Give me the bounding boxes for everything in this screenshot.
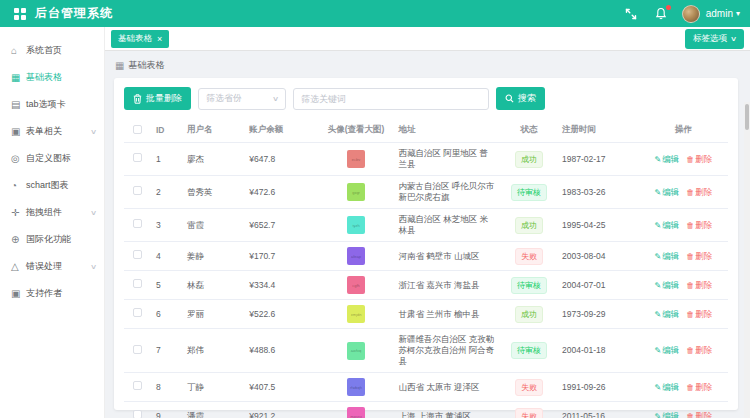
sidebar-item-support[interactable]: ▣支持作者 bbox=[0, 280, 104, 307]
cell-id: 1 bbox=[152, 143, 183, 176]
delete-button[interactable]: 🗑删除 bbox=[686, 154, 712, 164]
pencil-icon: ✎ bbox=[655, 221, 662, 230]
edit-button[interactable]: ✎编辑 bbox=[655, 345, 680, 355]
col-username: 用户名 bbox=[183, 118, 245, 143]
cell-address: 内蒙古自治区 呼伦贝尔市 新巴尔虎右旗 bbox=[394, 176, 500, 209]
cell-username: 曾秀英 bbox=[183, 176, 245, 209]
page-title: 基础表格 bbox=[128, 59, 164, 72]
user-avatar[interactable] bbox=[682, 5, 700, 23]
select-all-checkbox[interactable] bbox=[133, 125, 142, 134]
row-checkbox[interactable] bbox=[133, 250, 142, 259]
user-name[interactable]: admin bbox=[706, 8, 733, 19]
sidebar-item-icons[interactable]: ◎自定义图标 bbox=[0, 145, 104, 172]
row-checkbox[interactable] bbox=[133, 279, 142, 288]
tab-close-icon[interactable]: × bbox=[157, 36, 162, 42]
avatar-thumbnail[interactable]: xmjdn bbox=[347, 305, 365, 323]
edit-button[interactable]: ✎编辑 bbox=[655, 220, 680, 230]
trash-icon: 🗑 bbox=[686, 310, 694, 319]
sidebar-item-label: 表单相关 bbox=[26, 125, 91, 138]
cell-date: 2003-08-04 bbox=[558, 242, 639, 271]
user-menu-caret-icon[interactable]: ▾ bbox=[736, 9, 740, 18]
sidebar-item-i18n[interactable]: ⊕国际化功能 bbox=[0, 226, 104, 253]
row-checkbox[interactable] bbox=[133, 308, 142, 317]
cell-address: 甘肃省 兰州市 榆中县 bbox=[394, 300, 500, 329]
search-button[interactable]: 搜索 bbox=[496, 87, 545, 110]
row-checkbox[interactable] bbox=[133, 410, 142, 418]
table-row: 5林磊¥334.4cgfh浙江省 嘉兴市 海盐县待审核2004-07-01✎编辑… bbox=[124, 271, 728, 300]
table-row: 7郑伟¥488.6awfvq新疆维吾尔自治区 克孜勒苏柯尔克孜自治州 阿合奇县待… bbox=[124, 329, 728, 373]
avatar-thumbnail[interactable]: tyzh bbox=[347, 216, 365, 234]
avatar-thumbnail[interactable]: gxgr bbox=[347, 183, 365, 201]
avatar-thumbnail[interactable]: rfwbqh bbox=[347, 378, 365, 396]
sidebar-item-label: 自定义图标 bbox=[26, 152, 96, 165]
scrollbar[interactable] bbox=[744, 102, 750, 418]
status-badge: 待审核 bbox=[511, 342, 547, 359]
bell-icon[interactable] bbox=[654, 7, 668, 21]
sidebar-item-label: tab选项卡 bbox=[26, 98, 96, 111]
delete-button[interactable]: 🗑删除 bbox=[686, 309, 712, 319]
cell-balance: ¥488.6 bbox=[245, 329, 318, 373]
sidebar-item-table[interactable]: ▦基础表格 bbox=[0, 64, 104, 91]
cell-username: 潘霞 bbox=[183, 402, 245, 418]
drag-icon: ✛ bbox=[11, 207, 26, 218]
cell-date: 1987-02-17 bbox=[558, 143, 639, 176]
scrollbar-thumb[interactable] bbox=[745, 104, 749, 130]
tab-basic-table[interactable]: 基础表格 × bbox=[111, 30, 169, 48]
delete-button[interactable]: 🗑删除 bbox=[686, 345, 712, 355]
avatar-thumbnail[interactable]: awfvq bbox=[347, 342, 365, 360]
province-filter-select[interactable]: 筛选省份 ∨ bbox=[198, 88, 286, 110]
delete-button[interactable]: 🗑删除 bbox=[686, 382, 712, 392]
avatar-thumbnail[interactable]: cgfh bbox=[347, 276, 365, 294]
row-checkbox[interactable] bbox=[133, 381, 142, 390]
edit-button[interactable]: ✎编辑 bbox=[655, 411, 680, 418]
col-balance: 账户余额 bbox=[245, 118, 318, 143]
edit-button[interactable]: ✎编辑 bbox=[655, 280, 680, 290]
avatar-thumbnail[interactable]: afeap bbox=[347, 247, 365, 265]
chevron-down-icon: ∨ bbox=[90, 209, 97, 217]
delete-button[interactable]: 🗑删除 bbox=[686, 411, 712, 418]
sidebar-item-label: 系统首页 bbox=[26, 44, 96, 57]
delete-button[interactable]: 🗑删除 bbox=[686, 280, 712, 290]
custom-icon: ◎ bbox=[11, 153, 26, 164]
edit-button[interactable]: ✎编辑 bbox=[655, 154, 680, 164]
fullscreen-icon[interactable] bbox=[624, 7, 638, 21]
cell-id: 7 bbox=[152, 329, 183, 373]
edit-button[interactable]: ✎编辑 bbox=[655, 251, 680, 261]
trash-icon bbox=[133, 94, 142, 104]
sidebar-item-drag[interactable]: ✛拖拽组件∨ bbox=[0, 199, 104, 226]
cell-balance: ¥522.6 bbox=[245, 300, 318, 329]
cell-date: 2011-05-16 bbox=[558, 402, 639, 418]
cell-balance: ¥334.4 bbox=[245, 271, 318, 300]
cell-id: 9 bbox=[152, 402, 183, 418]
delete-button[interactable]: 🗑删除 bbox=[686, 251, 712, 261]
delete-button[interactable]: 🗑删除 bbox=[686, 187, 712, 197]
row-checkbox[interactable] bbox=[133, 345, 142, 354]
sidebar-item-home[interactable]: ⌂系统首页 bbox=[0, 37, 104, 64]
row-checkbox[interactable] bbox=[133, 186, 142, 195]
sidebar-item-label: 错误处理 bbox=[26, 260, 91, 273]
edit-button[interactable]: ✎编辑 bbox=[655, 382, 680, 392]
chevron-down-icon: ∨ bbox=[90, 263, 97, 271]
avatar-thumbnail[interactable]: mqsnx bbox=[347, 407, 365, 418]
avatar-thumbnail[interactable]: ecbv bbox=[347, 150, 365, 168]
row-checkbox[interactable] bbox=[133, 153, 142, 162]
sidebar-item-tabs[interactable]: ▤tab选项卡 bbox=[0, 91, 104, 118]
form-icon: ▣ bbox=[11, 126, 26, 137]
edit-button[interactable]: ✎编辑 bbox=[655, 309, 680, 319]
cell-balance: ¥472.6 bbox=[245, 176, 318, 209]
cell-id: 8 bbox=[152, 373, 183, 402]
sidebar-item-form[interactable]: ▣表单相关∨ bbox=[0, 118, 104, 145]
trash-icon: 🗑 bbox=[686, 252, 694, 261]
batch-delete-button[interactable]: 批量删除 bbox=[124, 87, 191, 110]
col-id: ID bbox=[152, 118, 183, 143]
cell-date: 2004-07-01 bbox=[558, 271, 639, 300]
sidebar-item-chart[interactable]: ◔schart图表 bbox=[0, 172, 104, 199]
keyword-filter-input[interactable] bbox=[293, 88, 489, 110]
delete-button[interactable]: 🗑删除 bbox=[686, 220, 712, 230]
sidebar-item-error[interactable]: △错误处理∨ bbox=[0, 253, 104, 280]
edit-button[interactable]: ✎编辑 bbox=[655, 187, 680, 197]
pencil-icon: ✎ bbox=[655, 281, 662, 290]
status-badge: 成功 bbox=[515, 151, 543, 168]
tag-options-button[interactable]: 标签选项 ∨ bbox=[685, 29, 744, 49]
row-checkbox[interactable] bbox=[133, 219, 142, 228]
